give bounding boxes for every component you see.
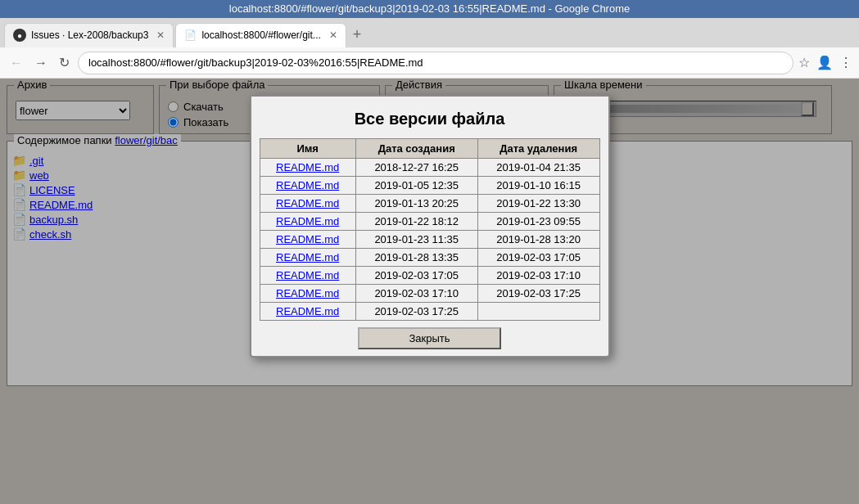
modal-close-button[interactable]: Закрыть [358,327,500,349]
file-version-link[interactable]: README.md [276,161,339,173]
file-version-link[interactable]: README.md [276,233,339,245]
profile-icon[interactable]: 👤 [816,55,833,70]
nav-bar: ← → ↻ ☆ 👤 ⋮ [0,47,859,79]
modal-table-wrap: Имя Дата создания Дата удаления README.m… [251,138,608,321]
deleted-date: 2019-01-10 16:15 [477,177,599,195]
file-version-link[interactable]: README.md [276,215,339,227]
col-deleted: Дата удаления [477,139,599,159]
created-date: 2019-02-03 17:10 [355,285,477,303]
file-version-link[interactable]: README.md [276,179,339,191]
created-date: 2019-01-22 18:12 [355,213,477,231]
created-date: 2018-12-27 16:25 [355,159,477,177]
deleted-date: 2019-02-03 17:05 [477,249,599,267]
tab-localhost[interactable]: 📄 localhost:8800/#flower/git... ✕ [175,23,346,47]
tab-localhost-close[interactable]: ✕ [329,29,337,41]
page-icon: 📄 [184,29,197,41]
deleted-date [477,303,599,321]
table-row: README.md2019-01-28 13:352019-02-03 17:0… [260,249,599,267]
title-bar: localhost:8800/#flower/git/backup3|2019-… [0,0,859,18]
deleted-date: 2019-01-04 21:35 [477,159,599,177]
created-date: 2019-01-13 20:25 [355,195,477,213]
table-row: README.md2019-02-03 17:102019-02-03 17:2… [260,285,599,303]
back-button[interactable]: ← [7,54,26,72]
modal-close-row: Закрыть [251,321,608,356]
tab-bar: ● Issues · Lex-2008/backup3 ✕ 📄 localhos… [0,18,859,47]
app-area: Архив flower При выборе файла Скачать По… [0,79,859,504]
modal-dialog: Все версии файла Имя Дата создания Дата … [250,95,610,358]
deleted-date: 2019-01-22 13:30 [477,195,599,213]
table-row: README.md2019-01-13 20:252019-01-22 13:3… [260,195,599,213]
col-name: Имя [260,139,355,159]
deleted-date: 2019-02-03 17:25 [477,285,599,303]
tab-github-close[interactable]: ✕ [156,29,165,41]
bookmark-icon[interactable]: ☆ [798,55,810,70]
modal-overlay: Все версии файла Имя Дата создания Дата … [0,79,859,504]
tab-github[interactable]: ● Issues · Lex-2008/backup3 ✕ [4,23,174,47]
menu-icon[interactable]: ⋮ [839,55,852,70]
github-icon: ● [13,29,26,42]
versions-table: Имя Дата создания Дата удаления README.m… [260,138,600,321]
created-date: 2019-01-28 13:35 [355,249,477,267]
table-row: README.md2019-01-23 11:352019-01-28 13:2… [260,231,599,249]
table-row: README.md2019-02-03 17:25 [260,303,599,321]
created-date: 2019-02-03 17:25 [355,303,477,321]
table-row: README.md2019-01-22 18:122019-01-23 09:5… [260,213,599,231]
file-version-link[interactable]: README.md [276,305,339,317]
title-text: localhost:8800/#flower/git/backup3|2019-… [229,2,630,15]
deleted-date: 2019-01-23 09:55 [477,213,599,231]
deleted-date: 2019-02-03 17:10 [477,267,599,285]
file-version-link[interactable]: README.md [276,197,339,209]
file-version-link[interactable]: README.md [276,269,339,281]
table-row: README.md2019-02-03 17:052019-02-03 17:1… [260,267,599,285]
tab-localhost-label: localhost:8800/#flower/git... [201,29,320,41]
deleted-date: 2019-01-28 13:20 [477,231,599,249]
file-version-link[interactable]: README.md [276,287,339,299]
created-date: 2019-02-03 17:05 [355,267,477,285]
modal-title: Все версии файла [251,97,608,138]
created-date: 2019-01-23 11:35 [355,231,477,249]
file-version-link[interactable]: README.md [276,251,339,263]
col-created: Дата создания [355,139,477,159]
created-date: 2019-01-05 12:35 [355,177,477,195]
tab-github-label: Issues · Lex-2008/backup3 [31,29,148,41]
address-input[interactable] [78,52,793,74]
table-row: README.md2018-12-27 16:252019-01-04 21:3… [260,159,599,177]
table-row: README.md2019-01-05 12:352019-01-10 16:1… [260,177,599,195]
new-tab-button[interactable]: + [348,26,367,43]
reload-button[interactable]: ↻ [56,53,73,72]
forward-button[interactable]: → [31,54,51,72]
